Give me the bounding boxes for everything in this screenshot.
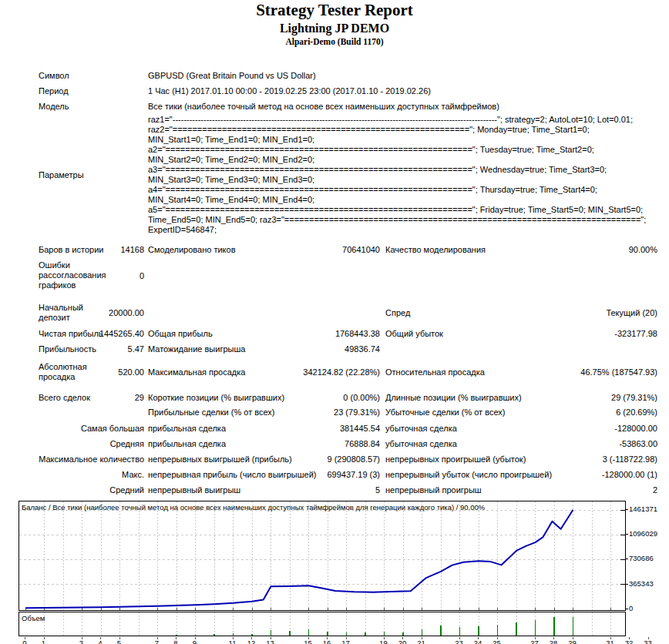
volume-chart: Объем [18,612,626,636]
stat-value: 3 (-118722.98) [457,454,657,465]
strategy-tester-report-page: { "header": { "title": "Strategy Tester … [0,0,669,644]
parameter-line: MIN_Start2=0; Time_End2=0; MIN_End2=0; [148,155,314,165]
x-axis-label: 28 [550,639,558,644]
parameter-line: a5="====================================… [148,205,643,215]
x-axis-label: 21 [417,639,425,644]
stat-value: 5.47 [67,344,144,354]
x-axis-label: 29 [568,639,577,644]
x-axis-label: 9 [193,639,197,644]
x-axis-label: 31 [606,639,614,644]
x-axis-label: 11 [229,639,237,644]
x-axis-label: 7 [155,639,159,644]
parameter-line: a2="====================================… [148,145,594,155]
stat-value: 0 [67,271,144,281]
x-axis-label: 4 [98,639,102,644]
x-axis-label: 0 [22,639,26,644]
y-axis-tick [625,584,628,585]
stat-value: 0 (0.00%) [270,393,380,403]
stat-value: 29 [67,393,144,403]
stat-value: 46.75% (187547.93) [457,367,657,377]
x-axis-label: 33 [644,639,652,644]
x-axis-label: 20 [398,639,407,644]
x-axis-label: 27 [530,639,539,644]
x-axis-label: 5 [117,639,121,644]
x-axis-label: 19 [379,639,388,644]
x-axis-label: 23 [455,639,463,644]
stat-value: 2 [457,485,657,495]
y-axis-tick [625,609,628,609]
report-header: Strategy Tester Report Lightning JP DEMO… [0,0,669,46]
stat-value: 1445265.40 [67,329,144,339]
page-title: Strategy Tester Report [0,1,669,20]
stat-value: Текущий (20) [457,308,657,318]
y-axis-tick [625,534,628,535]
stat-value: 342124.82 (22.28%) [270,367,380,377]
stat-value: Все тики (наиболее точный метод на основ… [148,102,499,112]
stat-value: 699437.19 (3) [270,470,380,480]
stat-label: Самая большая [39,424,144,434]
stat-value: GBPUSD (Great Britain Pound vs US Dollar… [148,71,316,81]
stat-value: 20000.00 [67,308,144,318]
stat-value: 90.00% [457,245,657,255]
x-axis-label: 16 [323,639,331,644]
y-axis-label: 365343 [629,579,654,588]
stat-value: 70641040 [270,245,380,255]
y-axis-tick [625,558,628,559]
x-axis-label: 32 [625,639,634,644]
stat-label: Период [39,86,116,96]
stat-label: Макс. [39,470,144,480]
y-axis-label: 0 [629,604,633,612]
y-axis-label: 730686 [629,554,654,562]
y-axis-label: 1461371 [629,505,657,513]
chart-x-axis: 0134578911121315161719202123242527282931… [18,637,666,644]
parameter-line: Time_End5=0; MIN_End5=0; raz3="=========… [148,215,646,225]
parameter-line: MIN_Start1=0; Time_End1=0; MIN_End1=0; [148,135,314,145]
stat-value: -53863.00 [457,439,657,449]
stat-value: 520.00 [67,367,144,377]
stat-label: Максимальное количество [39,454,144,465]
balance-chart-caption: Баланс / Все тики (наиболее точный метод… [22,503,485,512]
parameter-line: MIN_Start3=0; Time_End3=0; MIN_End3=0; [148,175,314,185]
x-axis-label: 24 [474,639,482,644]
parameter-line: a4="====================================… [148,185,597,195]
x-axis-label: 15 [304,639,312,644]
stat-value: -128000.00 (1) [457,470,657,480]
y-axis-tick [625,509,628,510]
stat-value: 5 [270,485,380,495]
x-axis-label: 13 [266,639,274,644]
stat-label: Символ [39,71,116,81]
parameter-line: MIN_Start4=0; Time_End4=0; MIN_End4=0; [148,195,314,205]
stat-label: Средняя [39,439,144,449]
balance-line [25,510,573,609]
stat-value: -323177.98 [457,329,657,339]
stat-value: 49836.74 [270,344,380,354]
x-axis-label: 17 [341,639,350,644]
parameter-line: raz1="----------------------------------… [148,115,633,125]
server-build-info: Alpari-Demo (Build 1170) [0,37,669,46]
parameter-line: a3="====================================… [148,165,607,175]
stat-value: 1 Час (H1) 2017.01.10 00:00 - 2019.02.25… [148,86,431,96]
stat-value: 381445.54 [270,424,380,434]
y-axis-label: 1096029 [629,529,657,538]
x-axis-label: 1 [42,639,45,644]
stat-value: 29 (79.31%) [457,393,657,403]
stat-value: -128000.00 [457,424,657,434]
x-axis-label: 8 [173,639,177,644]
stat-value: 6 (20.69%) [457,408,657,418]
parameters-label: Параметры [39,170,84,179]
parameter-line: raz2="==================================… [148,125,590,135]
stat-label: Средний [39,485,144,495]
stat-value: 9 (290808.57) [270,454,380,465]
expert-name: Lightning JP DEMO [0,22,669,35]
volume-chart-caption: Объем [22,614,45,622]
stat-value: 76888.84 [270,439,380,449]
stat-value: 1768443.38 [270,329,380,339]
x-axis-label: 25 [493,639,501,644]
balance-chart: Баланс / Все тики (наиболее точный метод… [18,501,626,611]
x-axis-label: 3 [79,639,83,644]
parameter-line: ExpertID=546847; [148,225,217,235]
x-axis-label: 12 [247,639,256,644]
stat-value: 23 (79.31%) [270,408,380,418]
stat-label: Модель [39,102,116,112]
stat-value: 14168 [67,245,144,255]
